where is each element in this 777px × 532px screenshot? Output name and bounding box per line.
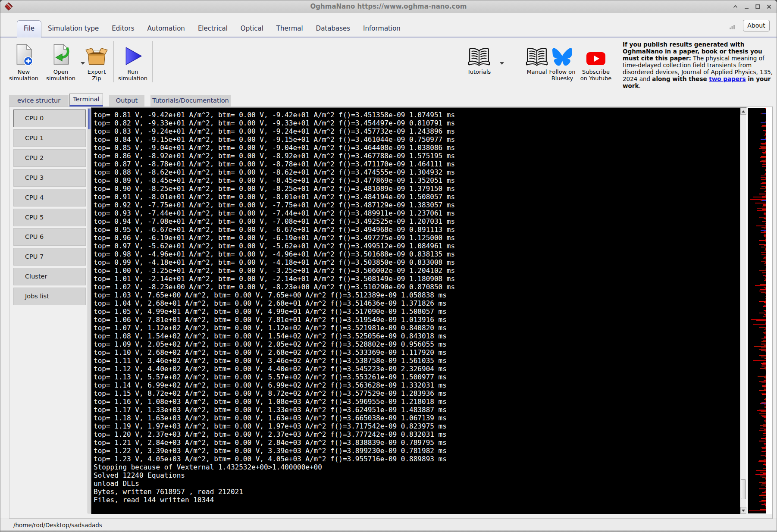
minimap-bar (765, 279, 766, 280)
minimap-bar (764, 218, 766, 219)
minimap-bar (756, 470, 766, 471)
minimap-bar (764, 329, 766, 330)
minimap-bar (765, 422, 766, 423)
minimap-bar (765, 298, 766, 299)
sidebar-item-cpu-1[interactable]: CPU 1 (13, 129, 86, 147)
maximize-button[interactable] (755, 3, 761, 10)
minimap-bar (762, 477, 766, 478)
minimap-bar (764, 429, 766, 430)
scroll-down-button[interactable] (740, 507, 746, 514)
sidebar-item-cpu-0[interactable]: CPU 0 (13, 110, 86, 127)
terminal-scrollbar[interactable] (740, 108, 746, 514)
open-simulation-button[interactable]: Opensimulation (43, 41, 79, 81)
export-zip-button[interactable]: ExportZip (81, 41, 112, 81)
sidebar-item-cpu-4[interactable]: CPU 4 (13, 189, 86, 207)
close-button[interactable] (766, 3, 772, 10)
shade-button[interactable] (732, 3, 739, 10)
follow-bluesky-button[interactable]: Follow onBluesky (543, 41, 582, 81)
minimap-bar (763, 433, 766, 434)
tab-terminal[interactable]: Terminal (69, 94, 103, 106)
minimap-bar (761, 357, 766, 357)
minimize-icon (744, 4, 749, 9)
menu-item-information[interactable]: Information (357, 21, 407, 37)
terminal-output[interactable]: top= 0.81 V, -9.42e+01 A/m^2, btm= 0.00 … (91, 108, 740, 514)
minimap-bar (759, 381, 766, 382)
toolbar-separator (113, 41, 114, 82)
minimap-bar (765, 479, 766, 480)
minimap-bar (764, 302, 766, 303)
scroll-up-button[interactable] (740, 108, 746, 115)
minimap-bar (765, 478, 766, 479)
play-icon (122, 45, 144, 67)
minimap-bar (765, 187, 766, 188)
minimap-bar (757, 208, 766, 209)
minimap-bar (765, 239, 766, 240)
minimap-bar (763, 258, 766, 259)
minimap-bar (764, 191, 766, 192)
minimap-bar (763, 205, 766, 206)
minimap-bar (762, 364, 766, 365)
tutorials-dropdown-caret[interactable] (500, 62, 504, 65)
tab-output[interactable]: Output (109, 95, 144, 106)
menu-item-editors[interactable]: Editors (105, 21, 141, 37)
terminal-scrollbar-thumb[interactable] (741, 479, 746, 499)
minimap-bar (765, 238, 766, 238)
minimap-bar (761, 254, 766, 255)
tab-tutorials-documentation[interactable]: Tutorials/Documentation (150, 95, 231, 106)
sidebar-item-cpu-3[interactable]: CPU 3 (13, 169, 86, 187)
sidebar-item-jobs-list[interactable]: Jobs list (13, 288, 86, 305)
minimap-bar (759, 349, 766, 350)
minimap-bar (764, 417, 766, 418)
sidebar-item-cluster[interactable]: Cluster (13, 268, 86, 285)
minimap-bar (765, 446, 766, 447)
menu-item-automation[interactable]: Automation (141, 21, 191, 37)
menu-item-databases[interactable]: Databases (310, 21, 357, 37)
sidebar-scrollbar-thumb[interactable] (88, 109, 91, 129)
minimap-bar (761, 126, 766, 127)
minimap-bar (761, 366, 766, 366)
sidebar-item-cpu-5[interactable]: CPU 5 (13, 209, 86, 226)
minimap-bar (761, 292, 766, 293)
minimap-bar (764, 463, 766, 463)
minimap-bar (759, 291, 766, 291)
minimap-bar (765, 379, 766, 379)
minimap-bar (765, 260, 766, 260)
minimap-bar (762, 166, 766, 167)
minimap-bar (764, 287, 766, 288)
minimap-bar (761, 494, 766, 494)
minimap-bar (762, 197, 766, 198)
sidebar-item-cpu-6[interactable]: CPU 6 (13, 228, 86, 246)
subscribe-youtube-button[interactable]: Subscribeon Youtube (576, 41, 615, 81)
menu-item-thermal[interactable]: Thermal (270, 21, 310, 37)
minimap-bar (765, 331, 766, 332)
menu-item-optical[interactable]: Optical (234, 21, 270, 37)
minimap-bar (759, 244, 766, 245)
minimap-bar (762, 492, 766, 493)
new-simulation-button[interactable]: Newsimulation (6, 41, 42, 81)
minimap-bar (765, 262, 766, 263)
minimap-bar (762, 386, 766, 387)
minimap-bar (763, 362, 766, 363)
minimap-bar (760, 428, 766, 429)
run-simulation-button[interactable]: Runsimulation (115, 41, 150, 81)
menu-item-simulation-type[interactable]: Simulation type (41, 21, 105, 37)
sidebar-item-cpu-7[interactable]: CPU 7 (13, 248, 86, 266)
minimap-bar (761, 183, 766, 184)
minimap-bar (765, 456, 766, 457)
menu-item-file[interactable]: File (17, 20, 41, 38)
minimap-plot (748, 108, 766, 513)
minimap-bar (765, 437, 766, 438)
menu-item-electrical[interactable]: Electrical (191, 21, 234, 37)
minimize-button[interactable] (743, 3, 750, 10)
minimap-bar (761, 139, 766, 140)
menu-bar: FileSimulation typeEditorsAutomationElec… (0, 15, 777, 38)
two-papers-link[interactable]: two papers (709, 75, 746, 82)
minimap-bar (759, 313, 766, 313)
about-button[interactable]: About (743, 20, 770, 31)
minimap-bar (761, 230, 766, 231)
tutorials-button[interactable]: Tutorials (460, 41, 498, 75)
sidebar-scrollbar[interactable] (88, 108, 91, 513)
sidebar-item-cpu-2[interactable]: CPU 2 (13, 149, 86, 167)
title-bar: OghmaNano https://www.oghma-nano.com (0, 0, 777, 13)
tab-evice-structur[interactable]: evice structur (9, 95, 69, 106)
